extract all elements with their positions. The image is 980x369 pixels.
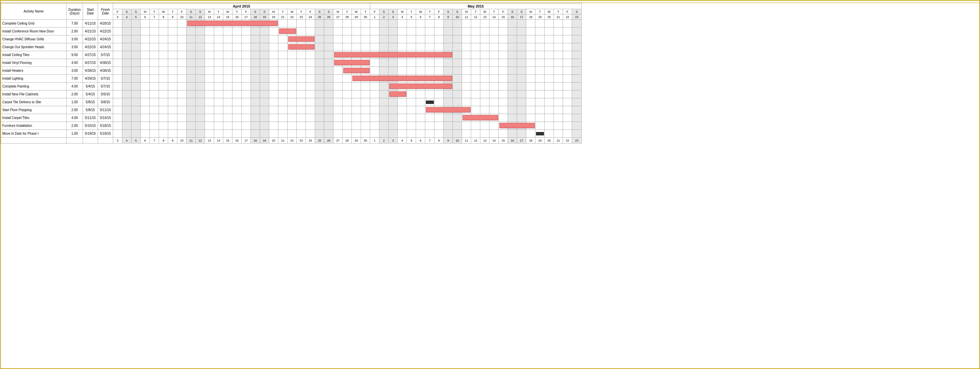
day-letter: S — [508, 9, 517, 14]
gantt-cell — [434, 122, 444, 130]
gantt-cell — [490, 98, 499, 106]
gantt-cell — [388, 106, 398, 114]
gantt-cell — [416, 98, 425, 106]
finish-date-cell: 5/7/15 — [98, 51, 113, 59]
gantt-cell — [388, 91, 398, 98]
gantt-cell — [186, 106, 196, 114]
day-number: 14 — [490, 14, 499, 20]
gantt-cell — [535, 130, 544, 138]
activity-name-cell: Install Ceiling Tiles — [1, 51, 67, 59]
gantt-cell — [223, 43, 232, 51]
gantt-cell — [242, 122, 251, 130]
day-letter: T — [297, 9, 306, 14]
gantt-cell — [343, 122, 352, 130]
gantt-cell — [352, 122, 361, 130]
footer-day-num: 22 — [288, 138, 297, 143]
gantt-cell — [297, 130, 306, 138]
gantt-cell — [499, 130, 508, 138]
gantt-cell — [563, 51, 572, 59]
gantt-cell — [480, 20, 490, 27]
gantt-cell — [490, 91, 499, 98]
duration-col-header: Duration(Days) — [67, 3, 83, 20]
gantt-cell — [324, 20, 333, 27]
duration-cell: 2.00 — [67, 122, 83, 130]
gantt-cell — [499, 43, 508, 51]
gantt-cell — [260, 114, 269, 122]
gantt-cell — [333, 51, 343, 59]
gantt-cell — [398, 122, 407, 130]
gantt-cell — [122, 106, 132, 114]
duration-cell: 9.00 — [67, 51, 83, 59]
gantt-cell — [260, 106, 269, 114]
gantt-cell — [132, 122, 141, 130]
gantt-cell — [150, 106, 159, 114]
day-letter: T — [554, 9, 563, 14]
gantt-cell — [444, 59, 453, 67]
gantt-cell — [186, 75, 196, 83]
gantt-cell — [242, 51, 251, 59]
gantt-cell — [471, 83, 480, 91]
gantt-cell — [398, 130, 407, 138]
gantt-cell — [278, 59, 288, 67]
day-letter: F — [306, 9, 315, 14]
gantt-cell — [113, 67, 122, 75]
gantt-cell — [407, 114, 416, 122]
gantt-cell — [177, 43, 186, 51]
gantt-bar — [288, 37, 314, 41]
gantt-cell — [370, 43, 379, 51]
gantt-cell — [370, 106, 379, 114]
day-letter: W — [223, 9, 232, 14]
footer-day-num: 12 — [471, 138, 480, 143]
footer-day-num: 23 — [297, 138, 306, 143]
gantt-cell — [288, 91, 297, 98]
start-date-cell: 4/22/15 — [83, 35, 98, 43]
gantt-cell — [196, 122, 205, 130]
table-row: Furniture Installation2.005/15/155/18/15 — [1, 122, 582, 130]
gantt-cell — [177, 67, 186, 75]
gantt-cell — [333, 83, 343, 91]
gantt-cell — [544, 122, 554, 130]
gantt-cell — [205, 75, 214, 83]
gantt-cell — [370, 35, 379, 43]
gantt-cell — [544, 35, 554, 43]
footer-day-num: 9 — [168, 138, 177, 143]
gantt-cell — [324, 98, 333, 106]
day-number: 12 — [196, 14, 205, 20]
day-letter: T — [278, 9, 288, 14]
gantt-cell — [122, 20, 132, 27]
start-date-cell: 5/8/15 — [83, 98, 98, 106]
gantt-cell — [480, 75, 490, 83]
gantt-cell — [132, 59, 141, 67]
gantt-cell — [453, 122, 462, 130]
gantt-cell — [407, 43, 416, 51]
gantt-cell — [196, 67, 205, 75]
gantt-cell — [132, 20, 141, 27]
gantt-bar — [463, 115, 498, 120]
gantt-cell — [306, 130, 315, 138]
gantt-cell — [499, 114, 508, 122]
gantt-cell — [196, 27, 205, 35]
gantt-cell — [324, 43, 333, 51]
gantt-cell — [297, 75, 306, 83]
gantt-cell — [508, 35, 517, 43]
gantt-cell — [544, 83, 554, 91]
gantt-cell — [462, 43, 471, 51]
day-letter: F — [434, 9, 444, 14]
gantt-cell — [535, 114, 544, 122]
day-letter: T — [232, 9, 242, 14]
gantt-cell — [352, 43, 361, 51]
gantt-cell — [453, 98, 462, 106]
gantt-cell — [444, 122, 453, 130]
gantt-cell — [434, 20, 444, 27]
gantt-cell — [471, 59, 480, 67]
gantt-cell — [278, 114, 288, 122]
day-number: 11 — [462, 14, 471, 20]
gantt-cell — [416, 91, 425, 98]
gantt-cell — [205, 27, 214, 35]
gantt-cell — [113, 83, 122, 91]
gantt-cell — [370, 98, 379, 106]
day-letter: T — [425, 9, 434, 14]
gantt-bar — [343, 68, 369, 73]
gantt-cell — [398, 35, 407, 43]
gantt-cell — [214, 122, 223, 130]
